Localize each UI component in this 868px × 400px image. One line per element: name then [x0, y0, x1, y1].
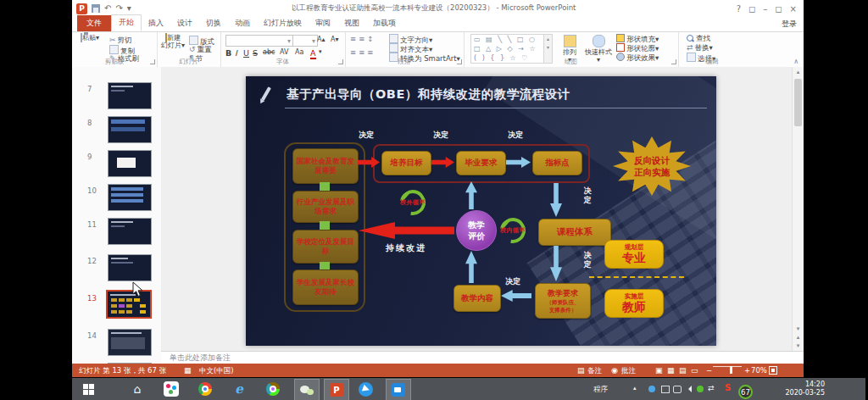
- zoom-level[interactable]: 70%: [751, 366, 767, 375]
- graduation-box[interactable]: 毕业要求: [456, 151, 506, 175]
- slide-thumbnail-panel[interactable]: 7 8 9 10 11 12 13 14 15: [72, 67, 162, 364]
- paragraph-dialog-launcher[interactable]: [457, 59, 462, 64]
- font-color-caret[interactable]: ▾: [319, 48, 322, 55]
- ribbon-options-button[interactable]: ◻: [748, 4, 755, 14]
- vertical-scrollbar[interactable]: ▴ ▾ ▴ ▾: [792, 67, 804, 351]
- taskbar-home-app[interactable]: ⌂: [130, 381, 145, 397]
- shrink-font-button[interactable]: A▾: [331, 36, 339, 43]
- thumbnail-slide-9[interactable]: [108, 150, 152, 177]
- italic-button[interactable]: I: [235, 48, 237, 58]
- bold-button[interactable]: B: [225, 48, 231, 58]
- sign-in-link[interactable]: 登录: [782, 19, 797, 30]
- taskbar-clock[interactable]: 14:20 2020-03-25: [786, 381, 826, 397]
- tab-transitions[interactable]: 切换: [199, 16, 228, 31]
- tray-input-switch-icon[interactable]: ⇄: [708, 384, 715, 392]
- need-box-3[interactable]: 学校定位及发展目标: [292, 230, 359, 264]
- paste-button[interactable]: 粘贴▾: [75, 34, 104, 42]
- tab-file[interactable]: 文件: [77, 15, 111, 31]
- fit-slide-button[interactable]: [769, 366, 777, 375]
- tab-addins[interactable]: 加载项: [366, 16, 403, 31]
- slide-sorter-view-button[interactable]: ▦: [667, 366, 675, 375]
- grow-font-button[interactable]: A▴: [317, 36, 326, 43]
- sogou-input-icon[interactable]: S: [725, 383, 731, 392]
- teaching-requirement-box[interactable]: 教学要求 （师资队伍、 支撑条件）: [535, 283, 591, 319]
- tab-review[interactable]: 审阅: [309, 16, 337, 31]
- tab-insert[interactable]: 插入: [142, 16, 170, 31]
- slide-title[interactable]: 基于产出导向（OBE）和持续改进的教学流程设计: [287, 86, 570, 103]
- tray-projector-icon[interactable]: [673, 386, 682, 393]
- teaching-content-box[interactable]: 教学内容: [453, 285, 501, 312]
- font-size-select[interactable]: ▾: [292, 35, 318, 47]
- undo-icon[interactable]: ↶: [104, 4, 111, 13]
- paragraph-row1-icons[interactable]: ≡≡↕: [350, 35, 376, 43]
- paragraph-row2-icons[interactable]: ≡≡≡: [350, 48, 376, 57]
- thumbnail-slide-7[interactable]: [108, 82, 152, 109]
- restore-button[interactable]: ◻: [775, 4, 782, 14]
- tab-animations[interactable]: 动画: [228, 16, 257, 31]
- need-box-4[interactable]: 学生发展及家长校友期待: [292, 269, 359, 305]
- tray-toolbar-label[interactable]: 程序: [593, 385, 608, 395]
- taskbar-recorder-app[interactable]: [386, 379, 411, 400]
- underline-button[interactable]: U: [243, 48, 249, 58]
- new-slide-button[interactable]: 新建 幻灯片▾: [159, 34, 187, 49]
- help-button[interactable]: ?: [737, 4, 741, 14]
- zoom-slider-track[interactable]: [713, 366, 742, 367]
- impl-layer-box[interactable]: 实施层 教师: [604, 289, 664, 318]
- tray-display-icon[interactable]: [661, 386, 670, 393]
- taskbar-chrome[interactable]: [198, 381, 213, 397]
- redo-icon[interactable]: ↷: [115, 4, 122, 13]
- taskbar-wechat[interactable]: [294, 379, 320, 400]
- need-box-1[interactable]: 国家社会及教育发展需要: [292, 148, 359, 184]
- tray-network-icon[interactable]: [648, 386, 655, 392]
- font-name-select[interactable]: ▾: [225, 35, 293, 47]
- need-box-2[interactable]: 行业产业发展及职场需求: [292, 191, 359, 223]
- notes-pane[interactable]: 单击此处添加备注: [161, 351, 804, 364]
- strikethrough-button[interactable]: S: [253, 48, 258, 58]
- spellcheck-icon[interactable]: ▦: [184, 366, 192, 375]
- volume-icon[interactable]: [685, 386, 692, 392]
- next-slide-icon[interactable]: ▾: [793, 342, 804, 349]
- character-spacing-button[interactable]: AV: [280, 48, 288, 56]
- minimize-button[interactable]: –: [763, 4, 767, 14]
- thumbnail-slide-12[interactable]: [108, 254, 152, 281]
- change-case-button[interactable]: Aa: [295, 48, 303, 56]
- font-dialog-launcher[interactable]: [338, 59, 343, 64]
- thumbnail-slide-14[interactable]: [108, 329, 152, 356]
- tab-home[interactable]: 开始: [111, 14, 142, 31]
- clipboard-dialog-launcher[interactable]: [150, 59, 155, 64]
- reading-view-button[interactable]: ▤: [679, 366, 687, 375]
- comments-toggle-icon[interactable]: ◉: [611, 366, 618, 375]
- clear-formatting-button[interactable]: abc: [263, 48, 275, 56]
- indicator-box[interactable]: 指标点: [532, 151, 582, 175]
- zoom-out-button[interactable]: −: [706, 366, 712, 375]
- tray-wechat-icon[interactable]: [697, 386, 704, 392]
- thumbnail-slide-13[interactable]: [106, 290, 152, 319]
- slide-number-indicator[interactable]: 幻灯片 第 13 张，共 67 张: [79, 366, 166, 376]
- taskbar-browser-2[interactable]: [265, 381, 281, 397]
- notes-toggle-icon[interactable]: ▤: [577, 366, 585, 375]
- slideshow-view-button[interactable]: ▭: [691, 366, 698, 375]
- scrollbar-thumb[interactable]: [794, 79, 802, 126]
- slide-canvas[interactable]: 基于产出导向（OBE）和持续改进的教学流程设计 国家社会及教育发展需要 行业产业…: [246, 76, 716, 346]
- close-button[interactable]: ×: [790, 4, 797, 14]
- scroll-down-icon[interactable]: ▾: [793, 325, 804, 332]
- goal-box[interactable]: 培养目标: [381, 151, 431, 175]
- previous-slide-icon[interactable]: ▴: [793, 334, 804, 341]
- collapse-ribbon-button[interactable]: ∧: [793, 58, 798, 65]
- security-score-badge[interactable]: 67: [738, 385, 753, 399]
- tab-view[interactable]: 视图: [337, 16, 366, 31]
- scroll-up-icon[interactable]: ▴: [793, 67, 804, 75]
- comments-toggle[interactable]: 批注: [621, 366, 636, 376]
- hidden-icons-button[interactable]: ▴: [633, 385, 637, 392]
- tab-design[interactable]: 设计: [170, 16, 199, 31]
- thumbnail-slide-11[interactable]: [108, 218, 152, 245]
- zoom-slider-handle[interactable]: [730, 366, 732, 374]
- taskbar-pointer-app[interactable]: [358, 381, 373, 397]
- taskbar-internet-explorer[interactable]: e: [231, 381, 247, 397]
- start-button[interactable]: [81, 381, 96, 397]
- plan-layer-box[interactable]: 规划层 专业: [604, 240, 664, 269]
- zoom-in-button[interactable]: +: [744, 366, 750, 375]
- curriculum-box[interactable]: 课程体系: [538, 219, 611, 246]
- thumbnail-slide-8[interactable]: [108, 116, 152, 143]
- notes-toggle[interactable]: 备注: [587, 366, 602, 376]
